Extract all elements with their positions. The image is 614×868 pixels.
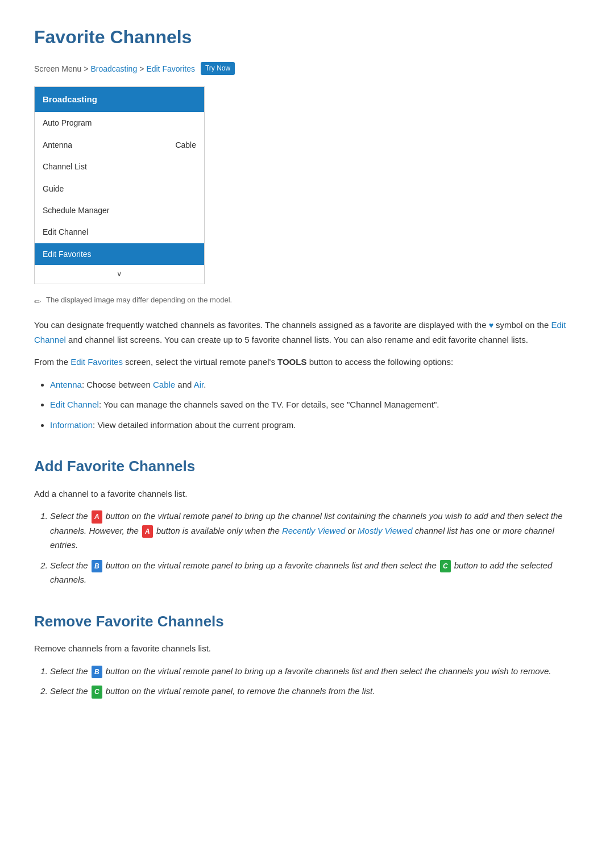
add-step-1: Select the A button on the virtual remot… [50,509,580,553]
menu-item-schedule-manager[interactable]: Schedule Manager [35,200,204,221]
intro-p1-mid: symbol on the [496,320,549,330]
intro-p2-before: From the [34,357,68,367]
breadcrumb-link2[interactable]: Edit Favorites [146,63,195,75]
intro-paragraph-2: From the Edit Favorites screen, select t… [34,355,580,369]
btn-c-2: C [92,686,102,698]
add-favorites-intro: Add a channel to a favorite channels lis… [34,487,580,501]
remove-step-2: Select the C button on the virtual remot… [50,684,580,699]
list-item-antenna: Antenna: Choose between Cable and Air. [50,377,580,392]
intro-p1-after: and channel list screens. You can create… [68,335,528,344]
menu-item-channel-list[interactable]: Channel List [35,156,204,177]
add-favorites-heading: Add Favorite Channels [34,455,580,479]
page-title: Favorite Channels [34,23,580,52]
air-link[interactable]: Air [194,380,204,389]
pencil-icon: ✏ [34,295,42,309]
remove-step-1: Select the B button on the virtual remot… [50,664,580,679]
breadcrumb-sep1: > [84,63,88,75]
note: ✏ The displayed image may differ dependi… [34,294,580,309]
remove-steps-list: Select the B button on the virtual remot… [50,664,580,699]
add-steps-list: Select the A button on the virtual remot… [50,509,580,587]
heart-icon: ♥ [489,321,496,330]
list-item-information: Information: View detailed information a… [50,418,580,433]
try-now-badge[interactable]: Try Now [201,62,235,75]
breadcrumb-sep2: > [139,63,144,75]
btn-b-1: B [92,560,102,572]
menu-item-antenna-label: Antenna [43,139,72,151]
breadcrumb-link1[interactable]: Broadcasting [90,63,137,75]
note-text: The displayed image may differ depending… [46,294,232,306]
btn-a-1: A [92,510,102,523]
antenna-link[interactable]: Antenna [50,380,82,389]
breadcrumb: Screen Menu > Broadcasting > Edit Favori… [34,62,580,75]
menu-item-edit-favorites[interactable]: Edit Favorites [35,243,204,265]
menu-chevron: ∨ [35,265,204,284]
mostly-viewed-link[interactable]: Mostly Viewed [358,526,412,535]
intro-p1-before: You can designate frequently watched cha… [34,320,487,330]
menu-item-antenna-value: Cable [175,139,196,151]
btn-a-2: A [142,525,153,538]
remove-favorites-heading: Remove Favorite Channels [34,610,580,634]
menu-item-edit-channel[interactable]: Edit Channel [35,221,204,243]
menu-item-guide[interactable]: Guide [35,178,204,200]
options-list: Antenna: Choose between Cable and Air. E… [50,377,580,433]
menu-item-antenna[interactable]: Antenna Cable [35,134,204,156]
information-link[interactable]: Information [50,420,93,430]
intro-p2-after: button to access the following options: [309,357,454,367]
list-item-edit-channel: Edit Channel: You can manage the channel… [50,397,580,412]
remove-favorites-intro: Remove channels from a favorite channels… [34,641,580,656]
btn-b-2: B [92,666,102,678]
intro-p2-edit-favorites-link[interactable]: Edit Favorites [70,357,123,367]
broadcasting-menu: Broadcasting Auto Program Antenna Cable … [34,86,205,284]
edit-channel-link[interactable]: Edit Channel [50,400,99,409]
cable-link[interactable]: Cable [153,380,175,389]
menu-header: Broadcasting [35,87,204,112]
intro-p2-mid: screen, select the virtual remote panel'… [125,357,275,367]
intro-p2-tools: TOOLS [277,357,306,367]
recently-viewed-link[interactable]: Recently Viewed [282,526,345,535]
add-step-2: Select the B button on the virtual remot… [50,558,580,587]
breadcrumb-static: Screen Menu [34,63,81,75]
menu-item-auto-program[interactable]: Auto Program [35,112,204,134]
btn-c-1: C [440,560,451,572]
intro-paragraph-1: You can designate frequently watched cha… [34,318,580,347]
